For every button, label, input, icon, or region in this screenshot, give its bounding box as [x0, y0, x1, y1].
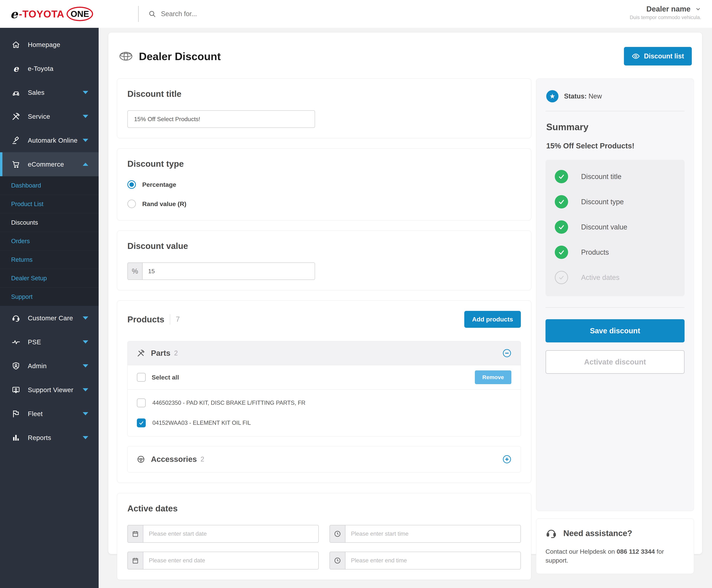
chevron-down-icon[interactable] [83, 364, 88, 368]
sidebar-item-orders[interactable]: Orders [0, 232, 99, 250]
sidebar-item-reports[interactable]: Reports [0, 426, 99, 449]
start-date-group [127, 525, 319, 543]
sidebar-item-e-toyota[interactable]: e e-Toyota [0, 57, 99, 81]
parts-accordion-header[interactable]: Parts 2 [128, 341, 521, 365]
assistance-text: Contact our Helpdesk on 086 112 3344 for… [545, 547, 685, 565]
top-bar: e -TOYOTA ONE Dealer name Duis tempor co… [0, 0, 712, 28]
radio-percentage[interactable]: Percentage [127, 180, 521, 189]
chevron-down-icon [695, 6, 701, 12]
remove-button[interactable]: Remove [475, 371, 511, 384]
search-input[interactable] [161, 10, 280, 18]
summary-checklist: Discount title Discount type Discount va… [545, 160, 685, 296]
radio-rand-value[interactable]: Rand value (R) [127, 200, 521, 208]
flag-icon [11, 410, 21, 418]
sidebar-item-ecommerce[interactable]: eCommerce [0, 152, 99, 176]
pulse-icon [11, 338, 21, 346]
check-pending-icon [555, 271, 568, 284]
chevron-down-icon[interactable] [83, 139, 88, 142]
logo-one: ONE [67, 7, 93, 21]
add-products-button[interactable]: Add products [464, 311, 521, 328]
sidebar-item-customer-care[interactable]: Customer Care [0, 306, 99, 330]
dealer-subtitle: Duis tempor commodo vehicula. [630, 15, 701, 20]
end-time-input[interactable] [345, 552, 520, 569]
chevron-down-icon[interactable] [83, 91, 88, 94]
dealer-name: Dealer name [646, 5, 690, 13]
radio-unselected-icon[interactable] [127, 200, 136, 208]
chevron-down-icon[interactable] [83, 115, 88, 118]
sidebar-item-support-viewer[interactable]: Support Viewer [0, 378, 99, 402]
cart-icon [11, 160, 21, 169]
active-dates-heading: Active dates [127, 503, 521, 513]
radio-selected-icon[interactable] [127, 180, 136, 189]
tools-icon [137, 349, 145, 357]
support-viewer-icon [11, 386, 21, 394]
sidebar-item-dashboard[interactable]: Dashboard [0, 176, 99, 195]
bar-chart-icon [11, 434, 21, 442]
discount-title-heading: Discount title [127, 89, 521, 99]
global-search [138, 6, 280, 22]
divider [545, 307, 685, 308]
end-time-group [329, 552, 521, 569]
gavel-icon [11, 136, 21, 145]
products-count: 7 [176, 315, 180, 323]
products-heading: Products [127, 314, 164, 324]
checklist-item: Active dates [555, 271, 675, 284]
checklist-item: Discount value [555, 220, 675, 234]
user-menu[interactable]: Dealer name Duis tempor commodo vehicula… [630, 5, 701, 20]
item-checkbox-unchecked[interactable] [137, 398, 146, 407]
discount-title-input[interactable] [127, 110, 315, 128]
discount-value-input[interactable] [143, 263, 315, 279]
home-icon [11, 40, 21, 49]
checklist-item: Discount title [555, 170, 675, 183]
sidebar-item-homepage[interactable]: Homepage [0, 33, 99, 57]
tools-icon [11, 112, 21, 121]
sidebar-item-pse[interactable]: PSE [0, 330, 99, 354]
sidebar-item-dealer-setup[interactable]: Dealer Setup [0, 269, 99, 288]
sidebar-item-admin[interactable]: Admin [0, 354, 99, 378]
start-time-input[interactable] [345, 525, 520, 542]
main-content: Dealer Discount Discount list Discount t… [108, 32, 703, 554]
chevron-down-icon[interactable] [83, 388, 88, 392]
chevron-down-icon[interactable] [83, 412, 88, 415]
search-icon [148, 10, 156, 18]
collapse-minus-icon[interactable] [502, 349, 511, 358]
select-all-label: Select all [152, 374, 179, 381]
save-discount-button[interactable]: Save discount [545, 319, 685, 342]
need-assistance-card: Need assistance? Contact our Helpdesk on… [536, 519, 694, 574]
sidebar-item-fleet[interactable]: Fleet [0, 402, 99, 426]
sidebar-item-sales[interactable]: Sales [0, 81, 99, 104]
start-time-group [329, 525, 521, 543]
select-all-checkbox[interactable] [137, 373, 146, 382]
chevron-down-icon[interactable] [83, 340, 88, 343]
logo-toyota: -TOYOTA [19, 8, 64, 20]
sidebar-item-service[interactable]: Service [0, 104, 99, 128]
eye-icon [632, 52, 640, 60]
end-date-input[interactable] [143, 552, 318, 569]
checklist-item: Discount type [555, 195, 675, 209]
accessories-accordion-header[interactable]: Accessories 2 [128, 446, 521, 472]
parts-count: 2 [174, 349, 178, 357]
active-dates-card: Active dates [117, 493, 531, 580]
chevron-down-icon[interactable] [83, 436, 88, 439]
calendar-icon [128, 552, 143, 569]
divider [545, 111, 685, 111]
item-checkbox-checked[interactable] [137, 418, 146, 427]
parts-items: 446502350 - PAD KIT, DISC BRAKE L/FITTIN… [128, 389, 521, 436]
discount-list-button[interactable]: Discount list [624, 47, 692, 65]
sidebar-item-discounts[interactable]: Discounts [0, 213, 99, 232]
sidebar-item-returns[interactable]: Returns [0, 250, 99, 269]
part-item-row[interactable]: 446502350 - PAD KIT, DISC BRAKE L/FITTIN… [128, 393, 521, 413]
sidebar-item-product-list[interactable]: Product List [0, 195, 99, 213]
chevron-down-icon[interactable] [83, 316, 88, 320]
start-date-input[interactable] [143, 525, 318, 542]
sidebar-item-support[interactable]: Support [0, 288, 99, 306]
app-logo[interactable]: e -TOYOTA ONE [10, 0, 93, 28]
part-item-row[interactable]: 04152WAA03 - ELEMENT KIT OIL FIL [128, 413, 521, 433]
discount-value-group: % [127, 262, 315, 280]
expand-plus-icon[interactable] [502, 455, 511, 464]
activate-discount-button[interactable]: Activate discount [545, 350, 685, 374]
sidebar-item-automark-online[interactable]: Automark Online [0, 128, 99, 152]
summary-panel: ★ Status: New Summary 15% Off Select Pro… [536, 79, 694, 511]
percent-icon: % [128, 263, 143, 279]
chevron-up-icon[interactable] [83, 163, 88, 166]
